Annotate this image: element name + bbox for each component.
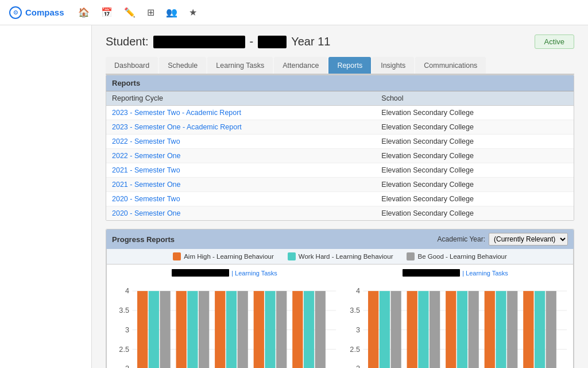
star-icon[interactable]: ★	[189, 7, 197, 18]
svg-text:3: 3	[356, 326, 360, 334]
progress-header: Progress Reports Academic Year: (Current…	[106, 229, 574, 249]
report-school: Elevation Secondary College	[376, 178, 574, 192]
svg-text:3.5: 3.5	[350, 306, 360, 315]
svg-text:4: 4	[125, 287, 129, 295]
svg-text:2: 2	[125, 365, 129, 368]
svg-rect-56	[523, 291, 533, 368]
legend-be-good: Be Good - Learning Behaviour	[407, 252, 506, 260]
chart-right-redacted	[403, 269, 460, 277]
svg-rect-54	[496, 291, 506, 368]
legend-label-be-good: Be Good - Learning Behaviour	[417, 253, 506, 260]
tab-schedule[interactable]: Schedule	[159, 57, 206, 74]
student-id-redacted	[258, 36, 287, 48]
report-school: Elevation Secondary College	[376, 120, 574, 135]
table-row: 2021 - Semester OneElevation Secondary C…	[106, 178, 574, 192]
app-logo[interactable]: ⊙ Compass	[9, 6, 64, 19]
pencil-icon[interactable]: ✏️	[124, 7, 136, 18]
svg-rect-57	[535, 291, 545, 368]
col-school: School	[376, 91, 574, 106]
table-row: 2022 - Semester TwoElevation Secondary C…	[106, 135, 574, 149]
svg-text:2.5: 2.5	[119, 346, 129, 354]
calendar-icon[interactable]: 📅	[101, 7, 113, 18]
chart-left-link[interactable]: | Learning Tasks	[231, 270, 277, 277]
table-row: 2021 - Semester TwoElevation Secondary C…	[106, 163, 574, 178]
report-cycle-link[interactable]: 2021 - Semester Two	[112, 166, 180, 174]
svg-text:2.5: 2.5	[350, 346, 360, 354]
academic-year-select[interactable]: (Currently Relevant)	[489, 233, 568, 246]
col-reporting-cycle: Reporting Cycle	[106, 91, 376, 106]
svg-text:2: 2	[356, 365, 360, 368]
svg-text:4: 4	[356, 287, 360, 295]
home-icon[interactable]: 🏠	[78, 7, 90, 18]
tab-reports[interactable]: Reports	[328, 57, 371, 74]
report-school: Elevation Secondary College	[376, 206, 574, 221]
student-label: Student:	[106, 35, 149, 48]
reports-section-header: Reports	[106, 75, 574, 91]
report-cycle-link[interactable]: 2021 - Semester One	[112, 181, 181, 189]
svg-text:3.5: 3.5	[119, 306, 129, 315]
svg-rect-48	[418, 291, 428, 368]
report-cycle-link[interactable]: 2023 - Semester Two - Academic Report	[112, 109, 241, 117]
legend-aim-high: Aim High - Learning Behaviour	[173, 252, 274, 260]
svg-rect-20	[215, 291, 225, 368]
progress-section-title: Progress Reports	[112, 235, 438, 244]
report-school: Elevation Secondary College	[376, 192, 574, 206]
svg-rect-55	[507, 291, 517, 368]
table-row: 2020 - Semester TwoElevation Secondary C…	[106, 192, 574, 206]
report-school: Elevation Secondary College	[376, 149, 574, 163]
legend-swatch-work-hard	[288, 252, 296, 260]
svg-rect-53	[485, 291, 495, 368]
report-cycle-link[interactable]: 2022 - Semester One	[112, 152, 181, 160]
legend-label-aim-high: Aim High - Learning Behaviour	[184, 253, 274, 260]
grid-icon[interactable]: ⊞	[147, 7, 154, 18]
svg-rect-15	[149, 291, 159, 368]
report-cycle-link[interactable]: 2020 - Semester One	[112, 209, 181, 217]
svg-rect-22	[238, 291, 248, 368]
svg-rect-23	[254, 291, 264, 368]
svg-rect-21	[226, 291, 237, 368]
table-row: 2020 - Semester OneElevation Secondary C…	[106, 206, 574, 221]
chart-right-title: | Learning Tasks	[342, 269, 568, 277]
legend-work-hard: Work Hard - Learning Behaviour	[288, 252, 393, 260]
table-row: 2023 - Semester One - Academic ReportEle…	[106, 120, 574, 135]
legend-swatch-be-good	[407, 252, 415, 260]
table-row: 2023 - Semester Two - Academic ReportEle…	[106, 106, 574, 120]
tab-learning-tasks[interactable]: Learning Tasks	[207, 57, 273, 74]
svg-rect-14	[137, 291, 148, 368]
tab-insights[interactable]: Insights	[372, 57, 414, 74]
reports-table: Reporting Cycle School 2023 - Semester T…	[106, 91, 574, 220]
report-cycle-link[interactable]: 2023 - Semester One - Academic Report	[112, 123, 242, 131]
tab-dashboard[interactable]: Dashboard	[106, 57, 158, 74]
student-year: Year 11	[291, 35, 330, 48]
legend-label-work-hard: Work Hard - Learning Behaviour	[299, 253, 393, 260]
chart-left-svg: 4 3.5 3 2.5 2 1.5 1	[111, 279, 338, 368]
svg-rect-44	[368, 291, 378, 368]
svg-text:3: 3	[125, 326, 129, 334]
svg-rect-49	[430, 291, 440, 368]
svg-rect-52	[469, 291, 479, 368]
main-layout: Student: - Year 11 Active Dashboard Sche…	[0, 25, 588, 368]
student-name-redacted	[153, 36, 245, 48]
svg-rect-50	[446, 291, 456, 368]
compass-icon: ⊙	[9, 6, 22, 19]
chart-left-redacted	[172, 269, 229, 277]
charts-container: | Learning Tasks 4 3.5 3 2.5 2 1.5 1	[106, 264, 574, 368]
progress-reports-section: Progress Reports Academic Year: (Current…	[106, 229, 574, 368]
chart-right-link[interactable]: | Learning Tasks	[462, 270, 508, 277]
table-row: 2022 - Semester OneElevation Secondary C…	[106, 149, 574, 163]
svg-rect-46	[390, 291, 401, 368]
svg-rect-18	[187, 291, 198, 368]
report-cycle-link[interactable]: 2022 - Semester Two	[112, 137, 180, 145]
tab-attendance[interactable]: Attendance	[274, 57, 327, 74]
legend-swatch-aim-high	[173, 252, 181, 260]
student-header: Student: - Year 11 Active	[106, 34, 574, 49]
report-cycle-link[interactable]: 2020 - Semester Two	[112, 195, 180, 203]
reports-section: Reports Reporting Cycle School 2023 - Se…	[106, 75, 574, 221]
student-title: Student: - Year 11	[106, 35, 330, 48]
tab-communications[interactable]: Communications	[415, 57, 486, 74]
student-tabs: Dashboard Schedule Learning Tasks Attend…	[106, 57, 574, 75]
people-icon[interactable]: 👥	[166, 7, 177, 18]
svg-rect-26	[292, 291, 303, 368]
svg-rect-51	[457, 291, 467, 368]
app-name: Compass	[25, 7, 64, 17]
